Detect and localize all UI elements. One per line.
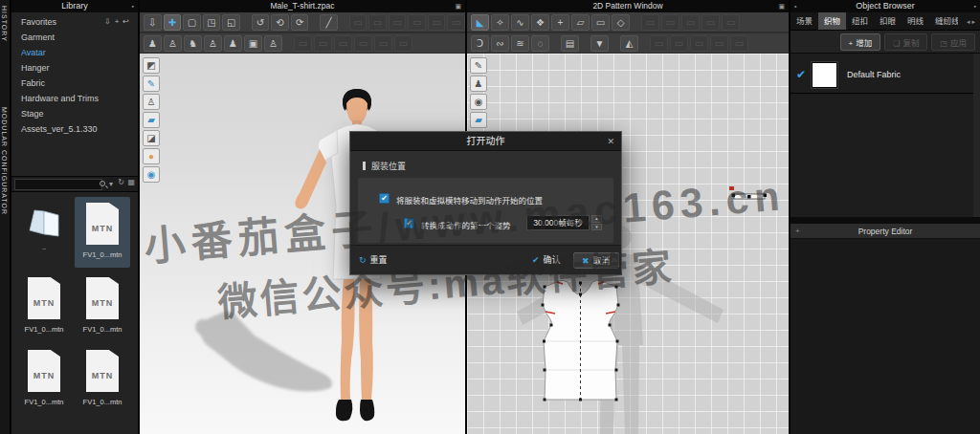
- iron-tool[interactable]: ▤: [561, 35, 579, 52]
- sidebar-item-garment[interactable]: Garment: [11, 30, 138, 45]
- library-menu-icon[interactable]: ▪: [132, 0, 134, 12]
- checkbox-convert-first-pose[interactable]: ✔: [404, 218, 414, 228]
- refresh-icon[interactable]: ↻: [118, 178, 124, 186]
- edit-curve-point-tool[interactable]: ❖: [531, 14, 549, 31]
- info-sphere-icon[interactable]: ◉: [470, 94, 487, 110]
- load-motion-tool[interactable]: ⇩: [144, 14, 162, 31]
- favorites-add-icon[interactable]: +: [115, 17, 123, 26]
- drag-pattern-tool[interactable]: ◱: [222, 14, 240, 31]
- edit-pattern-tool[interactable]: ✧: [491, 14, 509, 31]
- disabled-sew-1[interactable]: ▭: [650, 35, 668, 52]
- pin-garment-icon[interactable]: ♟: [470, 76, 487, 92]
- copy-fabric-button[interactable]: ❏复制: [884, 33, 927, 51]
- dart-tool[interactable]: ◇: [612, 14, 630, 31]
- apply-fabric-button[interactable]: ◳应用: [931, 33, 975, 51]
- modular-configurator-tab[interactable]: MODULAR CONFIGURATOR: [1, 107, 8, 215]
- sidebar-item-stage[interactable]: Stage: [11, 106, 138, 121]
- file-mtn-2[interactable]: MTN FV1_0...mtn: [16, 271, 72, 342]
- garment-display-icon[interactable]: ◩: [143, 57, 160, 74]
- tab-scroll-icons[interactable]: ◂▸: [967, 12, 980, 30]
- sidebar-item-fabric[interactable]: Fabric: [11, 76, 138, 91]
- avatar-display-icon[interactable]: ♙: [143, 94, 160, 110]
- disabled-tool-6[interactable]: ▭: [447, 14, 465, 31]
- view-mode-icon[interactable]: ▦: [127, 178, 135, 186]
- sidebar-item-favorites[interactable]: Favorites ⇩+↩: [11, 14, 138, 30]
- search-icon[interactable]: [100, 181, 105, 186]
- disabled-tool-3[interactable]: ▭: [389, 14, 407, 31]
- sync-pose-tool[interactable]: ♙: [264, 35, 282, 52]
- favorites-download-icon[interactable]: ⇩: [104, 17, 115, 26]
- sidebar-item-hanger[interactable]: Hanger: [11, 60, 138, 76]
- file-mtn-4[interactable]: MTN FV1_0...mtn: [16, 344, 72, 415]
- fabric-list-item[interactable]: ✔ Default Fabric: [791, 55, 972, 94]
- transform-pattern-tool[interactable]: ◣: [471, 14, 489, 31]
- disabled-tool-5[interactable]: ▭: [428, 14, 446, 31]
- cancel-button[interactable]: ✖取消: [573, 252, 619, 269]
- pose-x-tool[interactable]: ♙: [204, 35, 222, 52]
- show-garment-tool[interactable]: ▼: [590, 35, 609, 52]
- disabled-2d-5[interactable]: ▭: [722, 14, 740, 31]
- disabled-pose-3[interactable]: ▭: [334, 35, 352, 52]
- disabled-2d-1[interactable]: ▭: [641, 14, 659, 31]
- disabled-pose-6[interactable]: ▭: [394, 35, 412, 52]
- simulate-pose-tool[interactable]: ♟: [144, 35, 162, 52]
- avatar-head-icon[interactable]: ●: [143, 148, 160, 164]
- file-mtn-1[interactable]: MTN FV1_0...mtn: [75, 197, 130, 268]
- sidebar-item-assets[interactable]: Assets_ver_5.1.330: [11, 121, 138, 137]
- disabled-pose-2[interactable]: ▭: [314, 35, 332, 52]
- pose-y-tool[interactable]: ♟: [224, 35, 242, 52]
- expand-icon[interactable]: +: [795, 224, 800, 239]
- rotate-left-tool[interactable]: ⟲: [271, 14, 289, 31]
- disabled-2d-3[interactable]: ▭: [681, 14, 700, 31]
- disabled-sew-4[interactable]: ▭: [710, 35, 728, 52]
- disabled-sew-5[interactable]: ▭: [730, 35, 748, 52]
- rect-select-tool[interactable]: ▢: [183, 14, 201, 31]
- rect-pattern-tool[interactable]: ▭: [591, 14, 610, 31]
- sidebar-item-hardware-trims[interactable]: Hardware and Trims: [11, 91, 138, 106]
- checkbox-move-to-start[interactable]: ✔: [379, 193, 390, 204]
- disabled-sew-2[interactable]: ▭: [670, 35, 688, 52]
- multi-sew-tool[interactable]: ≋: [511, 35, 529, 52]
- fabric-swatch[interactable]: [812, 62, 837, 88]
- pattern-display-icon[interactable]: ▰: [470, 112, 487, 128]
- spinner-down-icon[interactable]: ▼: [591, 224, 602, 231]
- disabled-tool-2[interactable]: ▭: [368, 14, 387, 31]
- history-tab[interactable]: HISTORY: [1, 6, 8, 42]
- favorites-back-icon[interactable]: ↩: [122, 17, 133, 26]
- disabled-pose-5[interactable]: ▭: [374, 35, 392, 52]
- tab-topstitch[interactable]: 明线: [902, 12, 929, 30]
- panel-splitter[interactable]: [791, 217, 980, 224]
- add-point-tool[interactable]: +: [551, 14, 569, 31]
- sync-pattern-tool[interactable]: ◭: [620, 35, 638, 52]
- file-folder-up[interactable]: ..: [16, 197, 72, 268]
- popout-window-icon[interactable]: ▣: [455, 2, 461, 11]
- disabled-2d-4[interactable]: ▭: [702, 14, 720, 31]
- tab-button[interactable]: 纽扣: [846, 12, 874, 30]
- tab-buttonhole[interactable]: 扣眼: [874, 12, 902, 30]
- search-input[interactable]: [14, 179, 102, 190]
- reset-arrangement-tool[interactable]: ↺: [252, 14, 270, 31]
- disabled-sew-3[interactable]: ▭: [690, 35, 708, 52]
- fps-input[interactable]: 30.000帧每秒: [526, 215, 590, 230]
- free-sew-tool[interactable]: ∾: [491, 35, 509, 52]
- pick-move-avatar-tool[interactable]: ♙: [164, 35, 182, 52]
- disabled-tool-4[interactable]: ▭: [408, 14, 426, 31]
- disabled-tool-1[interactable]: ▭: [349, 14, 368, 31]
- reset-button[interactable]: ↻重置: [359, 252, 388, 269]
- tab-fabric[interactable]: 织物: [818, 12, 846, 30]
- pose-edit-tool[interactable]: ♞: [184, 35, 202, 52]
- popout-window-icon[interactable]: ▣: [778, 2, 785, 11]
- close-icon[interactable]: ✕: [607, 132, 614, 151]
- pen-2d-icon[interactable]: ✎: [470, 57, 487, 74]
- disabled-pose-1[interactable]: ▭: [294, 35, 312, 52]
- sidebar-item-avatar[interactable]: Avatar: [11, 45, 138, 60]
- disabled-pose-4[interactable]: ▭: [354, 35, 372, 52]
- property-editor-header[interactable]: + Property Editor: [791, 224, 980, 239]
- scene-globe-icon[interactable]: ◉: [143, 166, 160, 183]
- file-mtn-5[interactable]: MTN FV1_0...mtn: [75, 344, 130, 415]
- disabled-2d-2[interactable]: ▭: [661, 14, 679, 31]
- search-dropdown-icon[interactable]: ▾: [109, 180, 113, 188]
- file-mtn-3[interactable]: MTN FV1_0...mtn: [75, 271, 130, 342]
- panel-pin-icon[interactable]: ▪: [974, 0, 976, 12]
- fit-garment-tool[interactable]: ▣: [244, 35, 262, 52]
